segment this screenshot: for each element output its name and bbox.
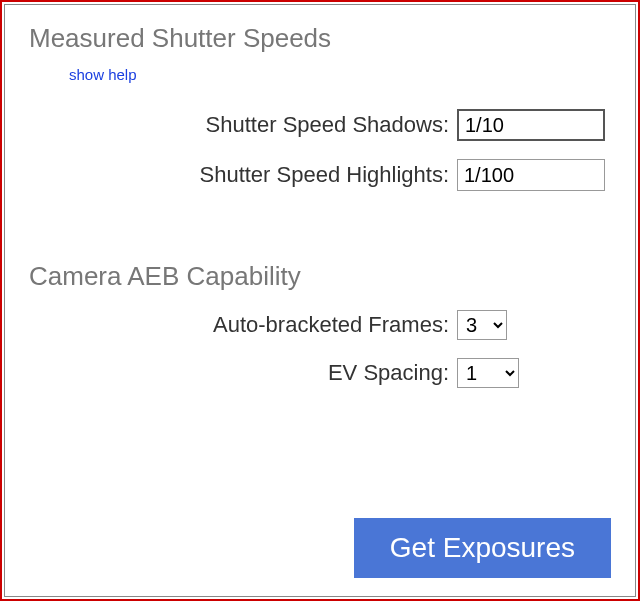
shutter-shadows-input[interactable]: [457, 109, 605, 141]
frames-label: Auto-bracketed Frames:: [29, 312, 457, 338]
spacing-label: EV Spacing:: [29, 360, 457, 386]
shadows-label: Shutter Speed Shadows:: [29, 112, 457, 138]
highlights-row: Shutter Speed Highlights:: [29, 159, 611, 191]
spacing-row: EV Spacing: 1: [29, 358, 611, 388]
aeb-frames-select[interactable]: 3: [457, 310, 507, 340]
frames-row: Auto-bracketed Frames: 3: [29, 310, 611, 340]
submit-row: Get Exposures: [354, 518, 611, 578]
outer-frame: Measured Shutter Speeds show help Shutte…: [0, 0, 640, 601]
aeb-section: Camera AEB Capability Auto-bracketed Fra…: [29, 261, 611, 388]
shadows-row: Shutter Speed Shadows:: [29, 109, 611, 141]
get-exposures-button[interactable]: Get Exposures: [354, 518, 611, 578]
ev-spacing-select[interactable]: 1: [457, 358, 519, 388]
highlights-label: Shutter Speed Highlights:: [29, 162, 457, 188]
shutter-highlights-input[interactable]: [457, 159, 605, 191]
show-help-link[interactable]: show help: [69, 66, 137, 83]
form-panel: Measured Shutter Speeds show help Shutte…: [4, 4, 636, 597]
aeb-heading: Camera AEB Capability: [29, 261, 611, 292]
measured-speeds-heading: Measured Shutter Speeds: [29, 23, 611, 54]
